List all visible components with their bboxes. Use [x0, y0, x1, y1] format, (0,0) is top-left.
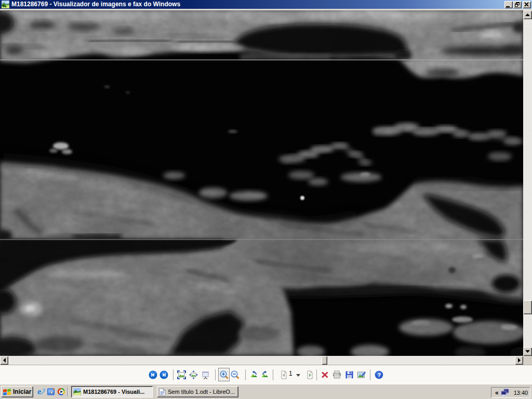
svg-text:?: ?: [377, 372, 381, 378]
svg-text:e: e: [37, 388, 41, 396]
